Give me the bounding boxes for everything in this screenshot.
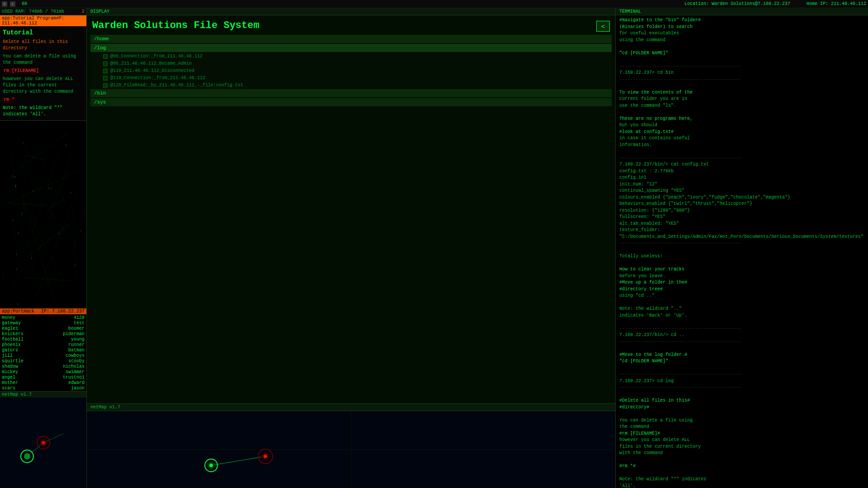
fs-title: Warden Solutions File System xyxy=(87,15,615,35)
network-viz xyxy=(0,121,86,308)
display-netmap: netMap v1.7 xyxy=(87,403,615,488)
pw-col-left: money gateway eagle1 knickers football p… xyxy=(2,315,42,390)
svg-line-9 xyxy=(211,456,265,465)
display-netmap-label: netMap v1.7 xyxy=(87,404,615,411)
gear-icon[interactable]: ⚙ xyxy=(2,1,7,7)
log-file-3[interactable]: @119_211.46.46.112_Disconnected xyxy=(90,67,612,74)
app-porthack-bar[interactable]: app:PortHack IP: 7.160.22.237 xyxy=(0,308,86,314)
tutorial-note: Note: the wildcard "*" indicates 'All'. xyxy=(3,105,84,118)
svg-point-16 xyxy=(264,455,266,457)
top-bar: ⚙ ★ 60 Location: Warden Solutions@7.160.… xyxy=(0,0,868,8)
tutorial-body2: however you can delete ALL files in the … xyxy=(3,76,84,95)
log-file-2[interactable]: @66_211.46.46.112_Became_Admin xyxy=(90,60,612,67)
left-netmap-bar: netMap v1.7 xyxy=(0,391,86,398)
right-panel: TERMINAL #Navigate to the "bin" folder# … xyxy=(616,8,868,488)
folder-sys[interactable]: /sys xyxy=(90,98,612,106)
top-bar-location: Location: Warden Solutions@7.160.22.237 … xyxy=(684,1,866,6)
tutorial-body1: You can delete a file using the command xyxy=(3,53,84,66)
app-tutorial-bar[interactable]: app:Tutorial Program#P: 211.46.46.112 xyxy=(0,15,86,26)
terminal-content[interactable]: #Navigate to the "bin" folder# (Binaries… xyxy=(616,15,868,488)
log-file-5[interactable]: @129_FileRead:_by_211.46.46.112_-_file:c… xyxy=(90,82,612,89)
display-header: DISPLAY xyxy=(87,8,615,15)
file-icon xyxy=(103,62,108,66)
terminal-header: TERMINAL xyxy=(616,8,868,15)
file-list: /home /log @66_Connection:_from_211.46.4… xyxy=(87,35,615,403)
left-panel: USED RAM: 746mb / 761mb 2 app:Tutorial P… xyxy=(0,8,87,488)
svg-point-6 xyxy=(42,441,45,445)
middle-panel: DISPLAY Warden Solutions File System < /… xyxy=(87,8,616,488)
display-netmap-area xyxy=(87,411,615,488)
svg-point-3 xyxy=(24,453,30,460)
pw-col-right: 4128 test boomer piderman young runner b… xyxy=(44,315,85,390)
main-layout: USED RAM: 746mb / 761mb 2 app:Tutorial P… xyxy=(0,8,868,488)
tutorial-title: Tutorial xyxy=(3,29,84,36)
top-bar-counter: 60 xyxy=(22,1,27,6)
folder-log[interactable]: /log xyxy=(90,44,612,52)
ram-bar: USED RAM: 746mb / 761mb 2 xyxy=(0,8,86,15)
log-file-4[interactable]: @119_Connection:_from_211.46.46.112 xyxy=(90,75,612,81)
password-list: money gateway eagle1 knickers football p… xyxy=(0,314,86,391)
folder-home[interactable]: /home xyxy=(90,35,612,43)
star-icon[interactable]: ★ xyxy=(10,1,15,7)
file-icon xyxy=(103,69,108,73)
tutorial-cmd-display: rm [FILENAME] xyxy=(3,68,84,74)
folder-bin[interactable]: /bin xyxy=(90,89,612,97)
fs-header-row: Warden Solutions File System < xyxy=(87,15,615,35)
file-icon xyxy=(103,76,108,81)
svg-point-12 xyxy=(209,464,213,467)
file-icon xyxy=(103,83,108,88)
top-bar-icons: ⚙ ★ xyxy=(2,1,15,7)
tutorial-cmd2-display: rm * xyxy=(3,97,84,103)
tutorial-highlight: Delete all files in this directory xyxy=(3,39,84,52)
log-file-1[interactable]: @66_Connection:_from_211.46.46.112 xyxy=(90,53,612,60)
back-button[interactable]: < xyxy=(596,21,610,32)
file-icon xyxy=(103,54,108,59)
left-netmap-area xyxy=(0,398,86,488)
tutorial-panel: Tutorial Delete all files in this direct… xyxy=(0,26,86,121)
